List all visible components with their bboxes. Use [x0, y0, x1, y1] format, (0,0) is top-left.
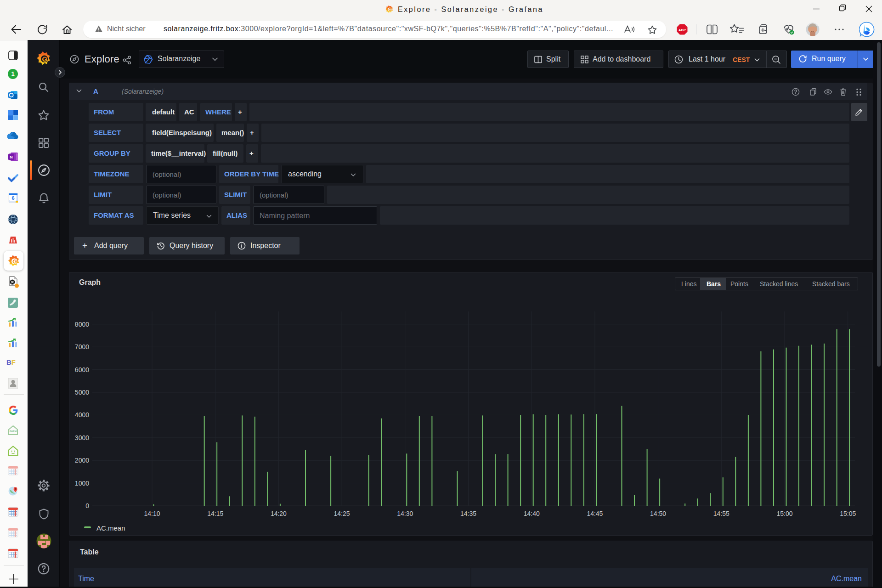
svg-text:6000: 6000: [75, 366, 89, 373]
svg-text:14:50: 14:50: [650, 510, 666, 517]
svg-text:14:35: 14:35: [460, 510, 476, 517]
svg-text:6: 6: [11, 195, 14, 201]
svg-text:14:10: 14:10: [144, 510, 160, 517]
svg-text:14:20: 14:20: [271, 510, 287, 517]
svg-text:14:45: 14:45: [587, 510, 603, 517]
svg-text:14:30: 14:30: [397, 510, 413, 517]
svg-text:ABP: ABP: [678, 28, 686, 32]
svg-text:15:05: 15:05: [840, 510, 856, 517]
svg-text:1000: 1000: [75, 480, 89, 487]
svg-text:5000: 5000: [75, 389, 89, 396]
svg-text:14:55: 14:55: [713, 510, 729, 517]
svg-text:4000: 4000: [75, 411, 89, 418]
svg-text:14:40: 14:40: [524, 510, 540, 517]
svg-text:3000: 3000: [75, 434, 89, 441]
svg-text:2000: 2000: [75, 457, 89, 464]
svg-text:14:25: 14:25: [334, 510, 350, 517]
svg-text:8000: 8000: [75, 321, 89, 328]
svg-text:N: N: [10, 155, 13, 159]
svg-text:15:00: 15:00: [776, 510, 792, 517]
svg-text:7000: 7000: [75, 343, 89, 351]
svg-text:0: 0: [85, 502, 89, 509]
svg-text:14:15: 14:15: [207, 510, 223, 517]
svg-text:FHEM: FHEM: [10, 430, 17, 433]
